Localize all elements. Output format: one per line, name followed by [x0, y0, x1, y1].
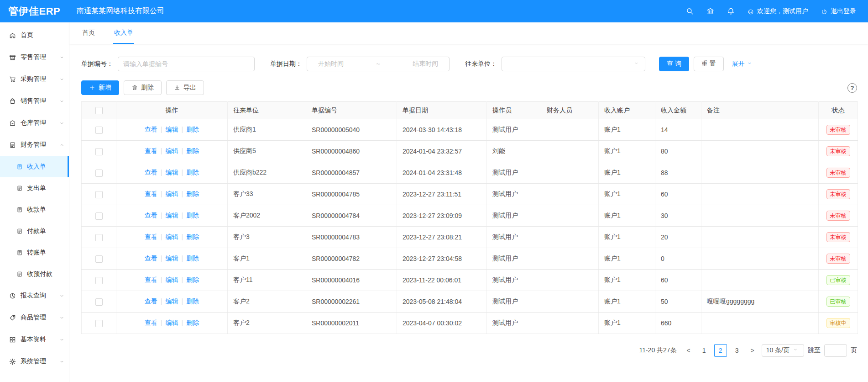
table-row: 查看|编辑|删除供应商1SR000000050402024-03-30 14:4… [82, 119, 858, 141]
delete-link[interactable]: 删除 [186, 276, 199, 283]
cell-date: 2023-05-08 21:48:04 [397, 291, 487, 313]
row-checkbox[interactable] [95, 298, 103, 306]
view-link[interactable]: 查看 [145, 212, 157, 219]
view-link[interactable]: 查看 [145, 297, 157, 305]
row-checkbox[interactable] [95, 234, 103, 241]
jump-page-input[interactable] [824, 344, 847, 357]
delete-link[interactable]: 删除 [186, 169, 199, 176]
delete-link[interactable]: 删除 [186, 319, 199, 326]
sidebar-subitem-advance-receipt[interactable]: 收预付款 [0, 263, 69, 285]
logout-button[interactable]: 退出登录 [821, 7, 856, 16]
page-button-3[interactable]: 3 [731, 344, 743, 357]
main-content: 首页收入单 单据编号： 单据日期： 开始时间 ~ 结束时间 往来单位： 查 询 … [69, 22, 868, 382]
sidebar-item-report[interactable]: 报表查询 [0, 285, 69, 307]
sidebar-subitem-income-bill[interactable]: 收入单 [0, 156, 69, 177]
home-portal-icon[interactable] [706, 7, 714, 15]
view-link[interactable]: 查看 [145, 147, 157, 154]
row-checkbox[interactable] [95, 170, 103, 177]
row-checkbox[interactable] [95, 191, 103, 198]
sidebar-subitem-payment-bill[interactable]: 付款单 [0, 220, 69, 242]
user-welcome[interactable]: 欢迎您，测试用户 [748, 7, 808, 16]
edit-link[interactable]: 编辑 [166, 319, 178, 326]
view-link[interactable]: 查看 [145, 126, 157, 133]
tab-home[interactable]: 首页 [81, 22, 96, 44]
cell-amount: 60 [655, 184, 701, 205]
edit-link[interactable]: 编辑 [166, 255, 178, 262]
edit-link[interactable]: 编辑 [166, 169, 178, 176]
sidebar-item-sales[interactable]: 销售管理 [0, 90, 69, 112]
help-icon[interactable]: ? [847, 83, 857, 93]
search-button[interactable]: 查 询 [659, 57, 689, 71]
bill-no-input[interactable] [118, 57, 255, 71]
sidebar-subitem-transfer-bill[interactable]: 转账单 [0, 242, 69, 263]
row-checkbox[interactable] [95, 277, 103, 284]
view-link[interactable]: 查看 [145, 233, 157, 240]
edit-link[interactable]: 编辑 [166, 233, 178, 240]
date-range-picker[interactable]: 开始时间 ~ 结束时间 [307, 57, 450, 71]
row-checkbox[interactable] [95, 320, 103, 327]
page-size-select[interactable]: 10 条/页 [762, 344, 804, 357]
select-all-checkbox[interactable] [95, 107, 103, 114]
row-checkbox[interactable] [95, 127, 103, 134]
cell-account: 账户1 [599, 205, 655, 227]
sidebar-subitem-expense-bill[interactable]: 支出单 [0, 177, 69, 199]
page-button-2[interactable]: 2 [714, 344, 727, 357]
view-link[interactable]: 查看 [145, 255, 157, 262]
table-row: 查看|编辑|删除客户3SR000000047832023-12-27 23:08… [82, 227, 858, 248]
sidebar-item-warehouse[interactable]: 仓库管理 [0, 112, 69, 134]
download-icon [174, 85, 180, 91]
chevron-down-icon [59, 337, 64, 342]
tab-income-bill[interactable]: 收入单 [113, 22, 134, 44]
sidebar-item-finance[interactable]: 财务管理 [0, 134, 69, 156]
table-row: 查看|编辑|删除供应商b222SR000000048572024-01-04 2… [82, 162, 858, 184]
delete-link[interactable]: 删除 [186, 297, 199, 305]
next-page-button[interactable]: > [747, 344, 758, 357]
delete-button[interactable]: 删除 [124, 80, 162, 95]
expand-link[interactable]: 展开 [732, 60, 753, 68]
delete-link[interactable]: 删除 [186, 190, 199, 197]
view-link[interactable]: 查看 [145, 190, 157, 197]
edit-link[interactable]: 编辑 [166, 126, 178, 133]
edit-link[interactable]: 编辑 [166, 147, 178, 154]
sidebar-item-retail[interactable]: 零售管理 [0, 46, 69, 68]
cell-finance-staff [541, 291, 599, 313]
view-link[interactable]: 查看 [145, 276, 157, 283]
export-button[interactable]: 导出 [166, 80, 204, 95]
view-link[interactable]: 查看 [145, 169, 157, 176]
row-checkbox[interactable] [95, 255, 103, 263]
sidebar-item-system[interactable]: 系统管理 [0, 350, 69, 372]
bell-icon[interactable] [727, 7, 735, 15]
row-checkbox[interactable] [95, 148, 103, 155]
sidebar-subitem-receipt-bill[interactable]: 收款单 [0, 199, 69, 220]
cell-amount: 20 [655, 227, 701, 248]
column-header: 备注 [701, 102, 819, 119]
delete-link[interactable]: 删除 [186, 212, 199, 219]
row-checkbox[interactable] [95, 212, 103, 220]
view-link[interactable]: 查看 [145, 319, 157, 326]
unit-select[interactable] [502, 57, 645, 71]
table-row: 查看|编辑|删除客户1SR000000047822023-12-27 23:04… [82, 248, 858, 270]
edit-link[interactable]: 编辑 [166, 276, 178, 283]
reset-button[interactable]: 重 置 [694, 57, 724, 71]
sidebar-item-home[interactable]: 首页 [0, 24, 69, 46]
search-icon[interactable] [686, 7, 694, 15]
table-row: 查看|编辑|删除供应商5SR000000048602024-01-04 23:3… [82, 141, 858, 162]
delete-link[interactable]: 删除 [186, 255, 199, 262]
cell-remark: 嘎嘎嘎gggggggg [701, 291, 819, 313]
page-button-1[interactable]: 1 [698, 344, 711, 357]
column-header: 单据日期 [397, 102, 487, 119]
prev-page-button[interactable]: < [683, 344, 694, 357]
cell-account: 账户1 [599, 184, 655, 205]
delete-link[interactable]: 删除 [186, 233, 199, 240]
delete-link[interactable]: 删除 [186, 147, 199, 154]
pagination-total: 11-20 共27条 [639, 346, 676, 355]
sidebar-item-basic[interactable]: 基本资料 [0, 329, 69, 350]
edit-link[interactable]: 编辑 [166, 212, 178, 219]
sidebar-item-purchase[interactable]: 采购管理 [0, 68, 69, 90]
add-button[interactable]: 新增 [81, 80, 119, 95]
edit-link[interactable]: 编辑 [166, 190, 178, 197]
edit-link[interactable]: 编辑 [166, 297, 178, 305]
sidebar-item-goods[interactable]: 商品管理 [0, 307, 69, 329]
delete-link[interactable]: 删除 [186, 126, 199, 133]
cell-amount: 80 [655, 141, 701, 162]
